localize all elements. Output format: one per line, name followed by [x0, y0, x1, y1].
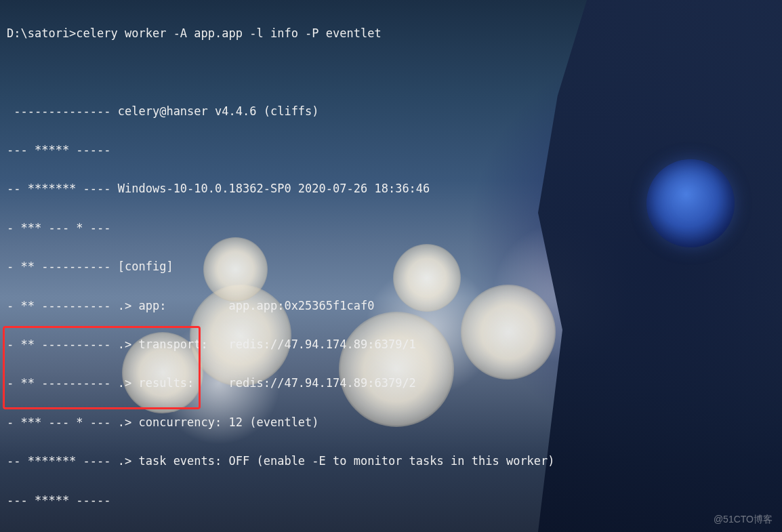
banner-line: -- ******* ---- Windows-10-10.0.18362-SP… [7, 179, 775, 199]
config-results: - ** ---------- .> results: redis://47.9… [7, 373, 775, 393]
banner-line: --- ***** ----- [7, 140, 775, 160]
config-concurrency: - *** --- * --- .> concurrency: 12 (even… [7, 413, 775, 432]
blank-line [7, 62, 775, 82]
banner-line: --- ***** ----- [7, 491, 775, 510]
config-app: - ** ---------- .> app: app.app:0x25365f… [7, 296, 775, 316]
config-transport: - ** ---------- .> transport: redis://47… [7, 335, 775, 354]
command-line: D:\satori>celery worker -A app.app -l in… [7, 24, 775, 43]
terminal-output[interactable]: D:\satori>celery worker -A app.app -l in… [0, 0, 782, 532]
watermark-text: @51CTO博客 [714, 510, 773, 529]
config-header: - ** ---------- [config] [7, 257, 775, 277]
config-task-events: -- ******* ---- .> task events: OFF (ena… [7, 451, 775, 471]
banner-line: - *** --- * --- [7, 218, 775, 238]
queues-header: -------------- [queues] [7, 529, 775, 532]
banner-line: -------------- celery@hanser v4.4.6 (cli… [7, 102, 775, 121]
